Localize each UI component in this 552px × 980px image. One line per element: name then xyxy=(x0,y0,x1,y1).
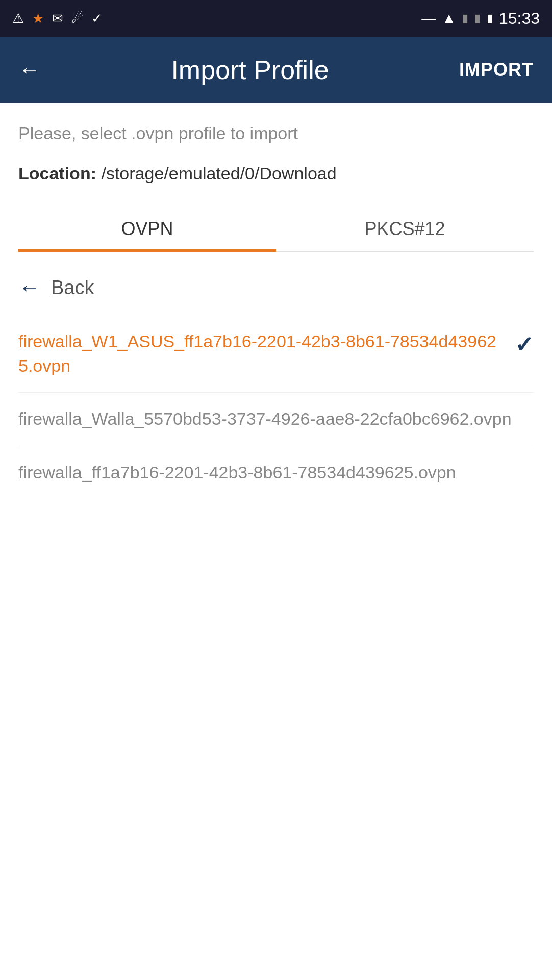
tabs-container: OVPN PKCS#12 xyxy=(18,208,534,252)
image-icon: ☄ xyxy=(71,11,83,27)
location-text: Location: /storage/emulated/0/Download xyxy=(18,164,534,184)
tab-ovpn[interactable]: OVPN xyxy=(18,208,276,251)
check-icon: ✓ xyxy=(91,11,103,27)
import-button[interactable]: IMPORT xyxy=(459,59,534,81)
wifi-icon: ▲ xyxy=(442,10,456,27)
back-row[interactable]: ← Back xyxy=(18,262,534,315)
file-name: firewalla_Walla_5570bd53-3737-4926-aae8-… xyxy=(18,407,534,431)
file-name: firewalla_ff1a7b16-2201-42b3-8b61-78534d… xyxy=(18,460,534,485)
status-bar-right: — ▲ ▮ ▮ ▮ 15:33 xyxy=(421,9,540,28)
page-title: Import Profile xyxy=(41,55,459,85)
file-name: firewalla_W1_ASUS_ff1a7b16-2201-42b3-8b6… xyxy=(18,329,505,378)
alert-icon: ⚠ xyxy=(12,11,24,27)
battery-icon: ▮ xyxy=(487,12,493,25)
status-bar: ⚠ ★ ✉ ☄ ✓ — ▲ ▮ ▮ ▮ 15:33 xyxy=(0,0,552,37)
subtitle-text: Please, select .ovpn profile to import xyxy=(18,123,534,143)
flame-icon: ★ xyxy=(32,11,44,27)
donotdisturb-icon: — xyxy=(421,10,436,27)
location-prefix: Location: xyxy=(18,164,101,183)
signal-icon: ▮ xyxy=(462,12,468,25)
mail-icon: ✉ xyxy=(52,11,63,27)
signal2-icon: ▮ xyxy=(474,12,481,25)
back-row-label: Back xyxy=(51,277,94,299)
back-button[interactable]: ← xyxy=(18,59,41,81)
file-item[interactable]: firewalla_ff1a7b16-2201-42b3-8b61-78534d… xyxy=(18,446,534,499)
toolbar: ← Import Profile IMPORT xyxy=(0,37,552,103)
time-display: 15:33 xyxy=(499,9,540,28)
file-item[interactable]: firewalla_W1_ASUS_ff1a7b16-2201-42b3-8b6… xyxy=(18,315,534,393)
location-path: /storage/emulated/0/Download xyxy=(101,164,336,183)
file-item[interactable]: firewalla_Walla_5570bd53-3737-4926-aae8-… xyxy=(18,393,534,446)
content-area: Please, select .ovpn profile to import L… xyxy=(0,103,552,499)
file-list: ← Back firewalla_W1_ASUS_ff1a7b16-2201-4… xyxy=(18,252,534,499)
back-arrow-icon: ← xyxy=(18,276,41,299)
checkmark-icon: ✓ xyxy=(515,331,534,357)
tab-pkcs12[interactable]: PKCS#12 xyxy=(276,208,534,251)
status-bar-left-icons: ⚠ ★ ✉ ☄ ✓ xyxy=(12,11,103,27)
